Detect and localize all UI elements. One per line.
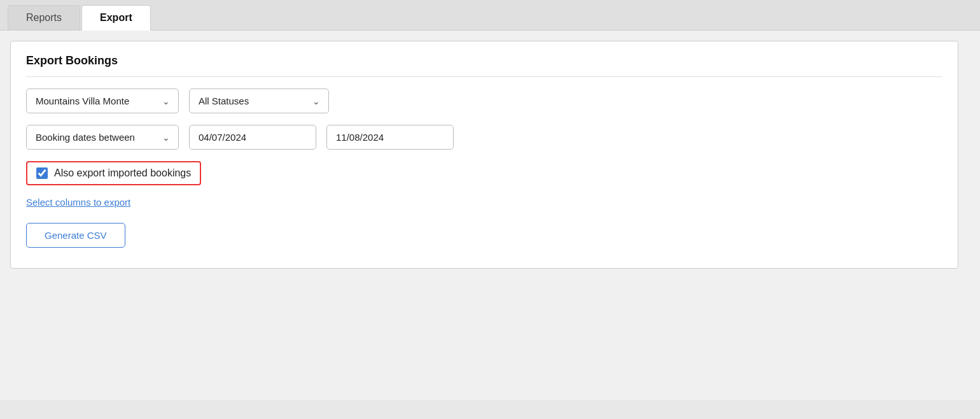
tabs-bar: Reports Export [0, 0, 980, 31]
filter-row-1: Mountains Villa Monte All Locations ⌄ Al… [26, 89, 942, 113]
select-columns-row: Select columns to export [26, 197, 942, 208]
status-select-wrapper: All Statuses Confirmed Pending Cancelled… [189, 89, 329, 113]
daterange-select[interactable]: Booking dates between Check-in dates bet… [26, 125, 179, 150]
date-to-input[interactable] [326, 125, 454, 150]
status-select[interactable]: All Statuses Confirmed Pending Cancelled [189, 89, 329, 113]
also-export-imported-row: Also export imported bookings [26, 161, 201, 185]
filter-row-2: Booking dates between Check-in dates bet… [26, 125, 942, 150]
generate-csv-row: Generate CSV [26, 223, 942, 248]
main-content: Export Bookings Mountains Villa Monte Al… [0, 31, 980, 400]
also-export-imported-checkbox[interactable] [36, 167, 48, 179]
tab-export[interactable]: Export [81, 5, 151, 31]
generate-csv-button[interactable]: Generate CSV [26, 223, 125, 248]
date-from-input[interactable] [189, 125, 316, 150]
daterange-select-wrapper: Booking dates between Check-in dates bet… [26, 125, 179, 150]
tab-reports[interactable]: Reports [8, 5, 80, 30]
export-bookings-card: Export Bookings Mountains Villa Monte Al… [10, 41, 958, 269]
location-select-wrapper: Mountains Villa Monte All Locations ⌄ [26, 89, 179, 113]
location-select[interactable]: Mountains Villa Monte All Locations [26, 89, 179, 113]
card-title: Export Bookings [26, 54, 942, 77]
select-columns-button[interactable]: Select columns to export [26, 197, 130, 208]
also-export-imported-label[interactable]: Also export imported bookings [54, 167, 191, 179]
